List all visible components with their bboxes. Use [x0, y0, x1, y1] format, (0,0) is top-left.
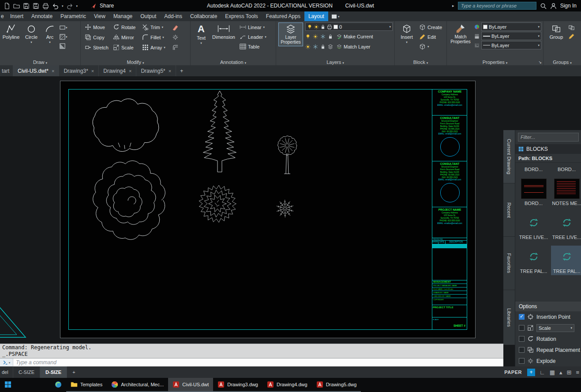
explode-button[interactable]: [171, 33, 184, 42]
taskbar-drawing3[interactable]: Drawing3.dwg: [213, 378, 262, 392]
redo-caret-icon[interactable]: ▾: [76, 4, 78, 7]
panel-title-annotation[interactable]: Annotation ▾: [191, 60, 276, 65]
option-repeat-placement[interactable]: Repeat Placement: [515, 344, 581, 355]
block-item[interactable]: TREE PAL...: [518, 246, 549, 275]
layer-off-icon[interactable]: [305, 34, 311, 39]
layer-lock-icon[interactable]: [320, 24, 326, 30]
palette-tab-libraries[interactable]: Libraries: [503, 290, 515, 345]
tab-collaborate[interactable]: Collaborate: [186, 11, 221, 21]
tab-annotate[interactable]: Annotate: [27, 11, 56, 21]
arc-button[interactable]: Arc▾: [41, 22, 58, 44]
save-icon[interactable]: [23, 3, 30, 9]
tab-start-partial[interactable]: tart: [0, 65, 13, 76]
copy-button[interactable]: Copy: [83, 33, 112, 42]
insert-block-button[interactable]: Insert▾: [397, 22, 416, 44]
layer-plot-icon[interactable]: [327, 24, 332, 30]
rotate-button[interactable]: Rotate: [112, 22, 141, 32]
fillet-button[interactable]: Fillet▾: [141, 33, 171, 42]
help-search-input[interactable]: [458, 2, 536, 10]
stretch-button[interactable]: Stretch: [83, 43, 112, 52]
close-icon[interactable]: ×: [52, 68, 54, 74]
tab-featured-apps[interactable]: Featured Apps: [262, 11, 304, 21]
annotation-scale-icon[interactable]: ▴: [559, 369, 562, 376]
panel-title-block[interactable]: Block ▾: [395, 60, 446, 65]
new-layout-button[interactable]: +: [67, 366, 80, 378]
taskbar-edge[interactable]: [50, 378, 66, 392]
option-rotation[interactable]: Rotation: [515, 333, 581, 344]
tab-d-size[interactable]: D-SIZE: [40, 366, 67, 378]
layer-thaw-all-icon[interactable]: [313, 44, 318, 49]
new-file-icon[interactable]: [4, 3, 10, 9]
rotation-checkbox[interactable]: [519, 336, 525, 342]
isolate-objects-icon[interactable]: ⊞: [567, 369, 572, 376]
tab-manage[interactable]: Manage: [109, 11, 136, 21]
redo-icon[interactable]: [67, 3, 73, 9]
search-icon[interactable]: [540, 3, 547, 9]
edit-block-button[interactable]: Edit: [418, 32, 443, 41]
paper-model-toggle-icon[interactable]: +: [527, 369, 535, 376]
taskbar-drawing4[interactable]: Drawing4.dwg: [262, 378, 312, 392]
tab-parametric[interactable]: Parametric: [56, 11, 90, 21]
text-button[interactable]: AText▾: [193, 22, 209, 45]
customization-icon[interactable]: ≡: [576, 369, 579, 376]
option-scale[interactable]: Scale▾: [515, 322, 581, 333]
array-button[interactable]: Array▾: [141, 43, 171, 52]
tab-view[interactable]: View: [90, 11, 109, 21]
make-current-button[interactable]: Make Current: [335, 32, 375, 41]
layer-lock-fade-icon[interactable]: [320, 44, 326, 49]
taskbar-templates[interactable]: Templates: [66, 378, 107, 392]
grid-status-icon[interactable]: ▦: [550, 369, 555, 376]
paper-space-toggle[interactable]: PAPER: [504, 370, 522, 375]
share-icon[interactable]: [90, 3, 97, 9]
signin-person-icon[interactable]: [550, 3, 557, 9]
blocks-filter-input[interactable]: [518, 133, 579, 142]
close-icon[interactable]: ×: [91, 68, 94, 74]
block-item-selected[interactable]: TREE PAL...: [551, 246, 581, 275]
layer-walk-icon[interactable]: [328, 44, 333, 49]
open-file-icon[interactable]: [13, 3, 20, 9]
mirror-button[interactable]: Mirror: [112, 33, 141, 42]
block-item[interactable]: BORD...: [518, 165, 549, 173]
rectangle-tool-button[interactable]: ▾: [59, 24, 67, 31]
block-item[interactable]: TREE LIVE...: [518, 212, 549, 241]
hatch-tool-button[interactable]: ▾: [59, 34, 67, 40]
tab-home-partial[interactable]: e: [0, 11, 6, 21]
layer-unisolate-icon[interactable]: [305, 44, 311, 49]
offset-button[interactable]: [171, 43, 184, 52]
share-label[interactable]: Share: [100, 3, 114, 9]
table-button[interactable]: Table: [238, 42, 268, 51]
properties-dialog-launcher-icon[interactable]: ↘: [538, 60, 542, 64]
save-as-icon[interactable]: [33, 3, 39, 9]
scale-button[interactable]: Scale: [112, 43, 141, 52]
tab-drawing3[interactable]: Drawing3*×: [59, 65, 99, 76]
command-prompt-icon[interactable]: ▾: [0, 358, 13, 366]
close-icon[interactable]: ×: [169, 68, 171, 74]
layer-freeze-icon[interactable]: [320, 34, 326, 39]
linear-button[interactable]: Linear▾: [238, 22, 268, 32]
new-drawing-button[interactable]: +: [176, 65, 187, 76]
explode-checkbox[interactable]: [519, 358, 525, 364]
start-button[interactable]: [0, 378, 16, 392]
tab-drawing5[interactable]: Drawing5*×: [136, 65, 176, 76]
scale-dropdown[interactable]: Scale▾: [536, 324, 574, 332]
signin-label[interactable]: Sign In: [560, 3, 577, 9]
palette-tab-recent[interactable]: Recent: [503, 183, 515, 237]
plot-icon[interactable]: [42, 3, 49, 9]
palette-tab-favorites[interactable]: Favorites: [503, 237, 515, 290]
panel-title-groups[interactable]: Groups ▾: [544, 60, 581, 65]
polyline-button[interactable]: Polyline: [1, 22, 21, 40]
tab-model-partial[interactable]: del: [0, 366, 13, 378]
erase-button[interactable]: [171, 22, 184, 32]
tree-blocks-drawing[interactable]: [60, 81, 476, 339]
close-icon[interactable]: ×: [129, 68, 131, 74]
create-block-button[interactable]: Create: [418, 22, 443, 32]
panel-title-draw[interactable]: Draw ▾: [0, 60, 80, 65]
tab-layout[interactable]: Layout: [304, 11, 328, 21]
options-header[interactable]: Options: [515, 302, 581, 311]
layer-properties-button[interactable]: Layer Properties: [278, 22, 303, 46]
panel-title-modify[interactable]: Modify ▾: [81, 60, 190, 65]
layer-unlock-icon[interactable]: [328, 34, 333, 39]
block-item[interactable]: TREE LIVE...: [551, 212, 581, 241]
layer-select-dropdown[interactable]: 0 ▾: [305, 22, 393, 31]
panel-title-properties[interactable]: Properties ▾: [447, 60, 543, 65]
